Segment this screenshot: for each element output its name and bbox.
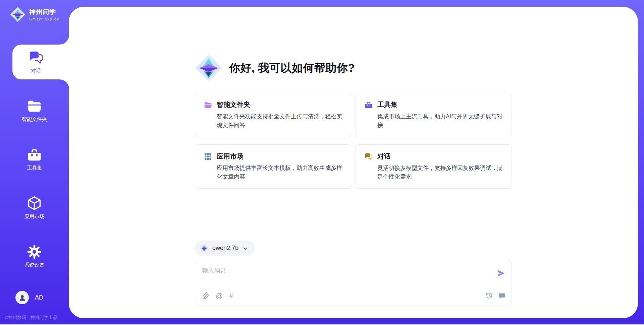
model-selector[interactable]: qwen2:7b <box>195 241 255 256</box>
user-name: AD <box>35 294 43 301</box>
message-input[interactable] <box>202 266 492 284</box>
mention-icon[interactable]: @ <box>216 292 223 299</box>
toolbox-icon <box>365 101 373 109</box>
folder-icon <box>204 101 212 109</box>
brand-name: 神州问学 <box>29 8 60 16</box>
brand-subtitle: Smart Vision <box>29 17 60 21</box>
card-description: 智能文件夹功能支持批量文件上传与清洗，轻松实现文件问答 <box>217 112 342 129</box>
sidebar-item-chat[interactable]: 对话 <box>12 45 69 79</box>
assistant-gem-icon <box>195 54 222 82</box>
send-icon[interactable] <box>496 269 505 278</box>
card-header: 智能文件夹 <box>204 100 342 109</box>
toolbox-icon <box>27 147 42 162</box>
card-header: 对话 <box>365 152 503 161</box>
main-content: 你好, 我可以如何帮助你? 智能文件夹 智能文件夹功能支持批量文件上传与清洗，轻… <box>195 7 512 306</box>
card-toolset[interactable]: 工具集 集成市场上主流工具，助力AI与外界无缝扩展与对接 <box>356 93 512 137</box>
sidebar-nav: 对话 智能文件夹 工具集 应用市场 系统设置 <box>0 45 69 287</box>
folder-icon <box>27 99 42 114</box>
chevron-down-icon <box>242 246 248 252</box>
card-description: 集成市场上主流工具，助力AI与外界无缝扩展与对接 <box>377 112 503 129</box>
gear-icon <box>27 244 42 259</box>
history-icon[interactable] <box>486 292 493 299</box>
brand-text: 神州问学 Smart Vision <box>29 8 60 21</box>
feature-cards: 智能文件夹 智能文件夹功能支持批量文件上传与清洗，轻松实现文件问答 工具集 集成… <box>195 93 512 189</box>
sidebar-item-label: 系统设置 <box>24 262 45 268</box>
model-gem-icon <box>200 244 209 253</box>
card-title: 工具集 <box>377 100 397 109</box>
card-smart-folder[interactable]: 智能文件夹 智能文件夹功能支持批量文件上传与清洗，轻松实现文件问答 <box>195 93 351 137</box>
sidebar-item-toolset[interactable]: 工具集 <box>0 142 69 177</box>
brand-logo: 神州问学 Smart Vision <box>0 0 69 22</box>
card-app-market[interactable]: 应用市场 应用市场提供丰富长文本模板，助力高效生成多样化文章内容 <box>195 144 351 189</box>
sidebar-item-label: 智能文件夹 <box>22 116 47 123</box>
card-title: 应用市场 <box>217 152 244 161</box>
message-composer: @ # <box>195 260 512 306</box>
brand-gem-icon <box>10 7 25 22</box>
sidebar-item-app-market[interactable]: 应用市场 <box>0 190 69 225</box>
greeting-title: 你好, 我可以如何帮助你? <box>229 61 355 76</box>
screen-bottom-edge <box>0 324 644 325</box>
card-chat[interactable]: 对话 灵活切换多模型文件，支持多样回复效果调试，满足个性化需求 <box>356 144 512 189</box>
model-name: qwen2:7b <box>212 245 238 252</box>
card-header: 应用市场 <box>204 152 342 161</box>
feedback-bubble-icon[interactable] <box>498 292 505 299</box>
sidebar-item-settings[interactable]: 系统设置 <box>0 239 69 274</box>
sidebar: 神州问学 Smart Vision 对话 智能文件夹 工具集 应用市场 系统设置 <box>0 0 69 325</box>
copyright-text: ©神州数码 · 神州问学出品 <box>5 315 57 321</box>
composer-toolbar-right <box>486 292 505 299</box>
card-title: 对话 <box>377 152 391 161</box>
sidebar-item-label: 对话 <box>31 68 41 74</box>
chat-icon <box>29 50 44 65</box>
card-description: 灵活切换多模型文件，支持多样回复效果调试，满足个性化需求 <box>377 164 503 181</box>
card-title: 智能文件夹 <box>217 100 250 109</box>
greeting: 你好, 我可以如何帮助你? <box>195 54 512 82</box>
attachment-icon[interactable] <box>202 292 209 299</box>
model-selector-row: qwen2:7b <box>195 241 512 256</box>
composer-toolbar: @ # <box>202 285 505 306</box>
card-description: 应用市场提供丰富长文本模板，助力高效生成多样化文章内容 <box>217 164 342 181</box>
card-header: 工具集 <box>365 100 503 109</box>
person-icon <box>18 294 26 302</box>
tab-corner-bottom <box>60 79 69 89</box>
tab-corner-top <box>60 35 69 45</box>
cube-icon <box>27 196 42 211</box>
chat-icon <box>365 152 373 160</box>
user-account[interactable]: AD <box>0 291 69 304</box>
hash-icon[interactable]: # <box>229 292 233 299</box>
sidebar-item-label: 应用市场 <box>24 213 45 220</box>
sidebar-item-smart-folder[interactable]: 智能文件夹 <box>0 93 69 128</box>
main-panel: 你好, 我可以如何帮助你? 智能文件夹 智能文件夹功能支持批量文件上传与清洗，轻… <box>69 7 638 318</box>
avatar <box>15 291 29 304</box>
sidebar-item-label: 工具集 <box>27 165 42 171</box>
grid-icon <box>204 152 212 160</box>
